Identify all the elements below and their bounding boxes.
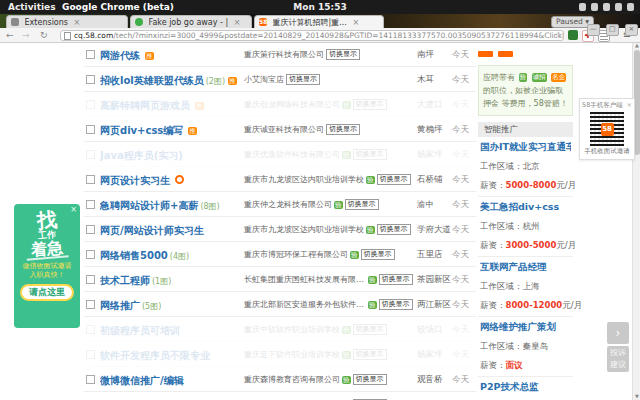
job-hunting-ad[interactable]: × 找 工作 着急 微信收面试邀请 入职真快！ 请点这里	[14, 204, 80, 328]
volume-icon[interactable]	[615, 3, 622, 11]
job-title-link[interactable]: 网页设计实习生	[100, 175, 170, 186]
company-name-link[interactable]: 重庆足下软件职业培训学校	[244, 343, 340, 367]
company-name-link[interactable]: 重庆北部新区安道服务外包软件职业...	[244, 293, 366, 317]
toggle-display-button[interactable]: 切换显示	[345, 199, 379, 210]
row-checkbox[interactable]	[86, 75, 95, 84]
toggle-display-button[interactable]: 切换显示	[326, 49, 360, 60]
company-name-link[interactable]: 长虹集团重庆国虹科技发展有限公司	[244, 268, 366, 292]
table-row[interactable]: 网页设计实习生 重庆市九龙坡区达内职业培训学校验切换显示 石桥铺 今天	[84, 167, 476, 192]
promoted-job-item[interactable]: P2P技术总监 工作区域：蚌埠 薪资：面议	[478, 377, 573, 400]
back-button[interactable]: ←	[6, 28, 14, 42]
table-row[interactable]: 招收lol英雄联盟代练员(2图)推 小艾淘宝店切换显示 木耳 今天	[84, 67, 476, 92]
promoted-job-item[interactable]: 网络维护推广策划 工作区域：秦皇岛 薪资：面议	[478, 317, 573, 377]
job-title-link[interactable]: 网络推广	[100, 300, 140, 311]
toggle-display-button[interactable]: 切换显示	[353, 324, 387, 335]
table-row[interactable]: 技术工程师(1图) 长虹集团重庆国虹科技发展有限公司验切换显示 茶园新区 今天	[84, 267, 476, 292]
row-checkbox[interactable]	[86, 50, 95, 59]
job-title-link[interactable]: 软件开发程序员不限专业	[100, 350, 210, 361]
company-name-link[interactable]: 重庆诚亚科技有限公司	[244, 118, 324, 142]
table-row[interactable]: 网游代练推 重庆策行科技有限公司切换显示 南坪 今天	[84, 42, 476, 67]
table-row[interactable]: 网络推广(5图) 重庆北部新区安道服务外包软件职业...验切换显示 两江新区 今…	[84, 292, 476, 317]
page-scrollbar[interactable]: ▲ ▼	[632, 42, 640, 400]
table-row[interactable]: 高薪特聘网页游戏员推 重庆创游网络科技有限公司验切换显示 大渡口 今天	[84, 92, 476, 117]
toggle-display-button[interactable]: 切换显示	[353, 349, 387, 360]
job-title-link[interactable]: 微博微信推广/编辑	[100, 375, 184, 386]
company-name-link[interactable]: 重庆森博教育咨询有限公司	[244, 368, 340, 392]
row-checkbox[interactable]	[86, 225, 95, 234]
close-icon[interactable]: ×	[234, 18, 241, 27]
toggle-display-button[interactable]: 切换显示	[361, 249, 395, 260]
tab-58-job-listing[interactable]: 58 重庆计算机招聘|重... ×	[254, 15, 384, 28]
next-page-fab[interactable]: ›	[607, 322, 629, 344]
tab-extensions[interactable]: Extensions ×	[6, 15, 128, 28]
table-row[interactable]: 网页div+css编写推 重庆诚亚科技有限公司切换显示 黄桷坪 今天	[84, 117, 476, 142]
promoted-job-title-link[interactable]: P2P技术总监	[480, 381, 571, 394]
row-checkbox[interactable]	[86, 325, 95, 334]
close-icon[interactable]: ×	[627, 100, 632, 110]
row-checkbox[interactable]	[86, 175, 95, 184]
row-checkbox[interactable]	[86, 375, 95, 384]
company-name-link[interactable]: 重庆仲之龙科技有限公司	[244, 193, 332, 217]
job-title-link[interactable]: 初级程序员可培训	[100, 325, 180, 336]
address-bar[interactable]: cq.58.com/tech/?minxinzi=3000_4999&postd…	[60, 30, 564, 41]
bookmark-star-icon[interactable]: ☆	[554, 28, 562, 42]
company-name-link[interactable]: 重庆优逸软件科技有限公司	[244, 143, 340, 167]
company-name-link[interactable]: 重庆腾众广告传媒有限公司	[244, 393, 340, 400]
job-title-link[interactable]: Java程序员(实习)	[100, 150, 183, 161]
table-row[interactable]: 微博微信推广/编辑 重庆森博教育咨询有限公司验切换显示 观音桥 今天	[84, 367, 476, 392]
reload-button[interactable]: ↻	[40, 28, 48, 42]
forward-button[interactable]: →	[22, 28, 30, 42]
row-checkbox[interactable]	[86, 300, 95, 309]
company-name-link[interactable]: 小艾淘宝店	[244, 68, 284, 92]
keyboard-icon[interactable]	[579, 3, 586, 11]
promoted-job-title-link[interactable]: 网络维护推广策划	[480, 321, 571, 334]
company-name-link[interactable]: 重庆创游网络科技有限公司	[244, 93, 340, 117]
promoted-job-title-link[interactable]: 互联网产品经理	[480, 261, 571, 274]
toggle-display-button[interactable]: 切换显示	[286, 74, 320, 85]
network-icon[interactable]	[603, 3, 610, 11]
toggle-display-button[interactable]: 切换显示	[353, 99, 387, 110]
row-checkbox[interactable]	[86, 250, 95, 259]
job-title-link[interactable]: 高薪特聘网页游戏员	[100, 100, 190, 111]
row-checkbox[interactable]	[86, 125, 95, 134]
row-checkbox[interactable]	[86, 100, 95, 109]
table-row[interactable]: PHP程序员(8图) 重庆腾众广告传媒有限公司验切换显示 南坪 今天	[84, 392, 476, 400]
toggle-display-button[interactable]: 切换显示	[377, 174, 411, 185]
job-title-link[interactable]: 网页div+css编写	[100, 125, 183, 136]
row-checkbox[interactable]	[86, 350, 95, 359]
table-row[interactable]: 网页/网站设计师实习生 重庆市九龙坡区达内职业培训学校验切换显示 学府大道 今天	[84, 217, 476, 242]
promoted-job-item[interactable]: 美工急招div+css 工作区域：杭州 薪资：3000-5000元/月	[478, 197, 573, 257]
promoted-job-title-link[interactable]: 国办IT就业实习直通车	[480, 141, 571, 154]
tab-fake-job-extension[interactable]: Fake job go away - | ×	[130, 15, 252, 28]
promoted-job-item[interactable]: 国办IT就业实习直通车 工作区域：北京 薪资：5000-8000元/月	[478, 137, 573, 197]
toggle-display-button[interactable]: 切换显示	[377, 224, 411, 235]
promoted-job-title-link[interactable]: 美工急招div+css	[480, 201, 571, 214]
job-title-link[interactable]: 网络销售5000	[100, 250, 168, 261]
table-row[interactable]: 初级程序员可培训 重庆中软软件职业培训学校验切换显示 较场口 今天	[84, 317, 476, 342]
toggle-display-button[interactable]: 切换显示	[353, 374, 387, 385]
window-close-button[interactable]: ×	[625, 24, 638, 36]
company-name-link[interactable]: 重庆市九龙坡区达内职业培训学校	[244, 218, 364, 242]
scroll-down-icon[interactable]: ▼	[633, 393, 640, 400]
ad-cta-button[interactable]: 请点这里	[20, 284, 74, 301]
system-clock[interactable]: Mon 15:53	[0, 0, 640, 14]
feedback-fab[interactable]: 投诉建议	[607, 346, 629, 372]
row-checkbox[interactable]	[86, 200, 95, 209]
maximize-button[interactable]: □	[606, 24, 619, 36]
job-title-link[interactable]: 招收lol英雄联盟代练员	[100, 75, 204, 86]
company-name-link[interactable]: 重庆市九龙坡区达内职业培训学校	[244, 168, 364, 192]
company-name-link[interactable]: 重庆市博冠环保工程有限公司	[244, 243, 348, 267]
toggle-display-button[interactable]: 切换显示	[353, 149, 387, 160]
close-icon[interactable]: ×	[352, 18, 359, 27]
table-row[interactable]: 急聘网站设计师+高薪(8图) 重庆仲之龙科技有限公司验切换显示 渝中 今天	[84, 192, 476, 217]
battery-icon[interactable]	[627, 3, 634, 11]
job-title-link[interactable]: 网游代练	[100, 50, 140, 61]
toggle-display-button[interactable]: 切换显示	[326, 124, 360, 135]
promoted-job-item[interactable]: 互联网产品经理 工作区域：上海 薪资：8000-12000元/月	[478, 257, 573, 317]
row-checkbox[interactable]	[86, 150, 95, 159]
toggle-display-button[interactable]: 切换显示	[379, 274, 413, 285]
job-title-link[interactable]: 急聘网站设计师+高薪	[100, 200, 198, 211]
minimize-button[interactable]: —	[587, 24, 600, 36]
table-row[interactable]: 软件开发程序员不限专业 重庆足下软件职业培训学校验切换显示 杨家坪 今天	[84, 342, 476, 367]
accessibility-icon[interactable]	[591, 3, 598, 11]
